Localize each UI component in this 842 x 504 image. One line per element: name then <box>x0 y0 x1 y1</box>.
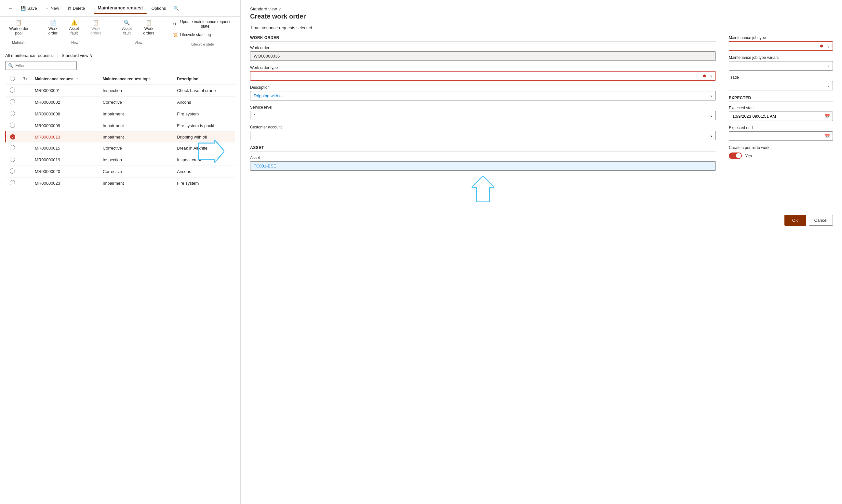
row-checkbox[interactable] <box>10 180 15 185</box>
calendar-icon[interactable]: 📅 <box>822 112 832 121</box>
row-checkbox[interactable] <box>10 157 15 162</box>
asset-input[interactable] <box>250 161 716 171</box>
row-checkbox[interactable] <box>10 99 15 104</box>
select-all-checkbox[interactable] <box>10 76 15 81</box>
row-mr-id[interactable]: MR00000023 <box>31 178 99 189</box>
dropdown-chevron-icon[interactable]: ∨ <box>707 72 716 80</box>
maintenance-job-type-dropdown[interactable]: ✱ ∨ <box>729 41 833 51</box>
row-mr-id[interactable]: MR00000020 <box>31 166 99 178</box>
ribbon-btn-work-order[interactable]: 📄 Work order <box>43 18 63 37</box>
work-order-input <box>250 51 716 61</box>
new-button[interactable]: ＋ New <box>42 3 62 13</box>
table-row[interactable]: MR00000001 Inspection Check base of cran… <box>6 85 235 96</box>
row-mr-id[interactable]: MR00000013 <box>31 132 99 142</box>
field-group-service-level: Service level ∨ <box>250 105 716 120</box>
service-level-input[interactable] <box>250 111 707 120</box>
ribbon-btn-work-orders: 📋 Work orders <box>85 18 107 37</box>
expected-start-date-field[interactable]: 📅 <box>729 111 833 121</box>
ribbon-btn-update-state[interactable]: ↺ Update maintenance request state <box>170 18 235 30</box>
ribbon-btn-work-order-pool[interactable]: 📋 Work order pool <box>5 18 33 37</box>
table-row[interactable]: MR00000009 Impairment Fire system is pac… <box>6 120 235 132</box>
table-row[interactable]: MR00000020 Corrective Aircons <box>6 166 235 178</box>
row-mr-id[interactable]: MR00000019 <box>31 154 99 166</box>
description-input[interactable] <box>250 91 707 100</box>
ribbon-btn-work-orders-view[interactable]: 📋 Work orders <box>138 18 160 37</box>
row-type: Inspection <box>99 154 173 166</box>
refresh-icon[interactable]: ↻ <box>23 76 27 82</box>
cancel-button[interactable]: Cancel <box>809 215 833 226</box>
row-checkbox[interactable] <box>10 123 15 128</box>
list-title: All maintenance requests <box>5 53 53 58</box>
search-button[interactable]: 🔍 <box>171 4 182 13</box>
row-checkbox[interactable] <box>10 168 15 174</box>
ribbon-btn-asset-fault-view[interactable]: 🔍 Asset fault <box>117 18 137 37</box>
customer-account-chevron-icon[interactable]: ∨ <box>707 131 716 140</box>
table-row[interactable]: MR00000008 Impairment Fire system <box>6 108 235 120</box>
lifecycle-log-icon: 📜 <box>173 33 178 37</box>
permit-toggle[interactable] <box>729 152 742 159</box>
expected-end-input[interactable] <box>729 132 822 141</box>
customer-account-dropdown[interactable]: ∨ <box>250 131 716 140</box>
row-description: Aircons <box>173 166 235 178</box>
work-order-type-dropdown[interactable]: ✱ ∨ <box>250 71 716 80</box>
dialog-body: WORK ORDER Work order Work order type ✱ … <box>250 35 833 202</box>
options-tab[interactable]: Options <box>148 4 169 13</box>
required-star-2: ✱ <box>819 42 824 50</box>
right-arrow-annotation <box>192 140 225 164</box>
trade-input[interactable] <box>729 81 824 90</box>
expected-end-date-field[interactable]: 📅 <box>729 131 833 141</box>
row-mr-id[interactable]: MR00000001 <box>31 85 99 96</box>
row-mr-id[interactable]: MR00000008 <box>31 108 99 120</box>
permit-label: Create a permit to work <box>729 145 833 150</box>
expected-start-input[interactable] <box>729 112 822 121</box>
description-chevron-icon[interactable]: ∨ <box>707 92 716 100</box>
service-level-chevron-icon[interactable]: ∨ <box>707 111 716 120</box>
ok-button[interactable]: OK <box>785 215 806 226</box>
field-group-description: Description ∨ <box>250 85 716 101</box>
col-description: Description <box>173 73 235 85</box>
row-type: Impairment <box>99 132 173 142</box>
row-mr-id[interactable]: MR00000009 <box>31 120 99 132</box>
dialog-footer: OK Cancel <box>250 210 833 226</box>
row-mr-id[interactable]: MR00000015 <box>31 142 99 154</box>
service-level-label: Service level <box>250 105 716 110</box>
maintenance-job-type-variant-input[interactable] <box>729 61 824 70</box>
row-checkbox[interactable] <box>10 145 15 150</box>
row-mr-id[interactable]: MR00000002 <box>31 96 99 108</box>
maintenance-request-tab[interactable]: Maintenance request <box>94 3 147 14</box>
standard-view-link[interactable]: Standard view ∨ <box>250 6 833 12</box>
filter-input[interactable] <box>15 63 74 68</box>
trade-chevron-icon[interactable]: ∨ <box>824 82 832 90</box>
ribbon-btn-asset-fault[interactable]: ⚠️ Asset fault <box>65 18 84 37</box>
maintenance-job-type-chevron-icon[interactable]: ∨ <box>824 42 832 50</box>
customer-account-input[interactable] <box>250 131 707 140</box>
row-checkbox-checked[interactable]: ✓ <box>10 134 15 140</box>
view-dropdown[interactable]: Standard view ∨ <box>61 53 93 58</box>
chevron-down-icon: ∨ <box>90 53 93 58</box>
row-type: Corrective <box>99 142 173 154</box>
table-row[interactable]: MR00000002 Corrective Aircons <box>6 96 235 108</box>
col-maintenance-request: Maintenance request ↑ <box>31 73 99 85</box>
table-row[interactable]: MR00000023 Impairment Fire system <box>6 178 235 189</box>
maintenance-job-type-input[interactable] <box>729 42 819 50</box>
service-level-dropdown[interactable]: ∨ <box>250 111 716 120</box>
work-order-type-input[interactable] <box>250 72 701 80</box>
back-button[interactable]: ← <box>5 4 16 13</box>
maintenance-job-type-variant-label: Maintenance job type variant <box>729 55 833 60</box>
dialog-header: Standard view ∨ Create work order <box>250 6 833 20</box>
row-checkbox[interactable] <box>10 111 15 116</box>
ribbon-group-lifecycle: ↺ Update maintenance request state 📜 Lif… <box>170 18 235 46</box>
filter-input-container[interactable]: 🔍 <box>5 61 77 70</box>
ribbon-btn-lifecycle-log[interactable]: 📜 Lifecycle state log <box>170 31 235 39</box>
field-group-customer-account: Customer account ∨ <box>250 125 716 140</box>
expected-end-label: Expected end <box>729 126 833 130</box>
delete-button[interactable]: 🗑 Delete <box>64 4 88 13</box>
data-table: ↻ Maintenance request ↑ Maintenance requ… <box>5 73 235 189</box>
maintenance-job-type-variant-chevron-icon[interactable]: ∨ <box>824 62 832 70</box>
save-button[interactable]: 💾 Save <box>17 4 40 13</box>
description-dropdown[interactable]: ∨ <box>250 91 716 101</box>
row-checkbox[interactable] <box>10 88 15 93</box>
calendar-end-icon[interactable]: 📅 <box>822 132 832 141</box>
maintenance-job-type-variant-dropdown[interactable]: ∨ <box>729 61 833 71</box>
trade-dropdown[interactable]: ∨ <box>729 81 833 90</box>
